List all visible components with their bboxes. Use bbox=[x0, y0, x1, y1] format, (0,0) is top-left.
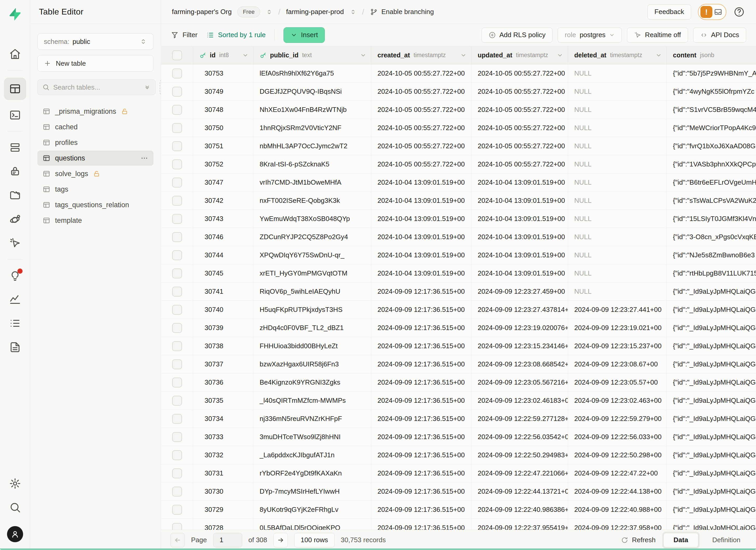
next-page-button[interactable] bbox=[273, 533, 288, 547]
table-options-button[interactable] bbox=[140, 154, 148, 162]
cell-created_at[interactable]: 2024-09-09 12:17:36.515+00 bbox=[371, 482, 471, 500]
cell-content[interactable]: {"id":"rtHbLpgB8V11LUK7152 bbox=[667, 264, 756, 282]
cell-id[interactable]: 30737 bbox=[193, 355, 253, 373]
column-header-created_at[interactable]: created_attimestamptz bbox=[371, 46, 471, 64]
column-header-deleted_at[interactable]: deleted_attimestamptz bbox=[568, 46, 667, 64]
cell-id[interactable]: 30738 bbox=[193, 337, 253, 355]
column-menu-button[interactable] bbox=[357, 52, 366, 58]
row-checkbox[interactable] bbox=[172, 178, 182, 187]
cell-deleted_at[interactable]: NULL bbox=[568, 173, 667, 191]
api-docs-icon[interactable] bbox=[9, 341, 21, 353]
search-tables-input[interactable] bbox=[53, 83, 140, 91]
cell-created_at[interactable]: 2024-10-04 13:09:01.519+00 bbox=[371, 192, 471, 210]
notifications-button[interactable]: ! bbox=[698, 4, 726, 20]
cell-updated_at[interactable]: 2024-09-09 12:22:50.294983+00 bbox=[471, 446, 568, 464]
cell-updated_at[interactable]: 2024-09-09 12:23:19.020076+00 bbox=[471, 319, 568, 337]
cell-id[interactable]: 30753 bbox=[193, 64, 253, 82]
home-icon[interactable] bbox=[9, 48, 21, 60]
database-icon[interactable] bbox=[9, 142, 21, 153]
cell-created_at[interactable]: 2024-09-09 12:17:36.515+00 bbox=[371, 519, 471, 530]
cell-deleted_at[interactable]: 2024-09-09 12:23:15.237+00 bbox=[568, 337, 667, 355]
cell-id[interactable]: 30736 bbox=[193, 373, 253, 391]
cell-public_id[interactable]: rYbORF2e4YgDt9fKAXaKn bbox=[253, 464, 371, 482]
cell-updated_at[interactable]: 2024-10-04 13:09:01.519+00 bbox=[471, 228, 568, 246]
plan-badge[interactable]: Free bbox=[237, 6, 260, 17]
cell-public_id[interactable]: nj336mN5reuRVNZrKHFpF bbox=[253, 410, 371, 428]
row-checkbox[interactable] bbox=[172, 359, 182, 369]
cell-deleted_at[interactable]: NULL bbox=[568, 228, 667, 246]
cell-created_at[interactable]: 2024-09-09 12:17:36.515+00 bbox=[371, 501, 471, 519]
cell-public_id[interactable]: H5uqFKpRUTPkjxdysT3HS bbox=[253, 301, 371, 319]
cell-updated_at[interactable]: 2024-10-05 00:55:27.722+00 bbox=[471, 155, 568, 173]
cell-content[interactable]: {"id":"_Id9aLyJpMHQLaiQG bbox=[667, 428, 756, 446]
cell-id[interactable]: 30749 bbox=[193, 83, 253, 100]
table-editor-icon[interactable] bbox=[4, 78, 26, 100]
cell-id[interactable]: 30733 bbox=[193, 428, 253, 446]
cell-updated_at[interactable]: 2024-09-09 12:23:15.234146+00 bbox=[471, 337, 568, 355]
cell-id[interactable]: 30750 bbox=[193, 119, 253, 137]
tab-data[interactable]: Data bbox=[663, 533, 698, 547]
cell-created_at[interactable]: 2024-10-04 13:09:01.519+00 bbox=[371, 264, 471, 282]
cell-id[interactable]: 30740 bbox=[193, 301, 253, 319]
cell-created_at[interactable]: 2024-10-05 00:55:27.722+00 bbox=[371, 137, 471, 155]
column-header-content[interactable]: contentjsonb bbox=[667, 46, 756, 64]
cell-id[interactable]: 30751 bbox=[193, 137, 253, 155]
cell-public_id[interactable]: Be4KignzoK9YRGNI3Zgks bbox=[253, 373, 371, 391]
cell-updated_at[interactable]: 2024-10-05 00:55:27.722+00 bbox=[471, 119, 568, 137]
row-checkbox[interactable] bbox=[172, 468, 182, 478]
cell-content[interactable]: {"id":"NJe5s8ZmBwnoB6e3 bbox=[667, 246, 756, 264]
cell-public_id[interactable]: NhXEo1Xw04FnB4RzWTNjb bbox=[253, 101, 371, 119]
cell-deleted_at[interactable]: NULL bbox=[568, 83, 667, 100]
cell-content[interactable]: {"id":"_Id9aLyJpMHQLaiQG bbox=[667, 519, 756, 530]
chevron-down-icon[interactable] bbox=[656, 52, 662, 58]
row-checkbox[interactable] bbox=[172, 141, 182, 151]
new-table-button[interactable]: New table bbox=[37, 55, 153, 72]
cell-updated_at[interactable]: 2024-10-04 13:09:01.519+00 bbox=[471, 192, 568, 210]
row-checkbox[interactable] bbox=[172, 269, 182, 278]
cell-content[interactable]: {"id":"5b7j5Pz9WHBNmY_A bbox=[667, 64, 756, 82]
cell-public_id[interactable]: 1hnRQjxSRm2V0VticY2NF bbox=[253, 119, 371, 137]
logs-icon[interactable] bbox=[9, 317, 21, 329]
cell-updated_at[interactable]: 2024-09-09 12:22:40.986386+00 bbox=[471, 501, 568, 519]
cell-deleted_at[interactable]: NULL bbox=[568, 246, 667, 264]
schema-select[interactable]: schema: public bbox=[37, 33, 153, 50]
cell-deleted_at[interactable]: 2024-09-09 12:23:05.57+00 bbox=[568, 373, 667, 391]
sidebar-table-questions[interactable]: questions bbox=[37, 151, 153, 166]
api-docs-button[interactable]: API Docs bbox=[693, 28, 746, 43]
cell-created_at[interactable]: 2024-10-04 13:09:01.519+00 bbox=[371, 228, 471, 246]
cell-public_id[interactable]: FHHUioa3bidd00BHyLeZt bbox=[253, 337, 371, 355]
cell-created_at[interactable]: 2024-09-09 12:17:36.515+00 bbox=[371, 464, 471, 482]
cell-id[interactable]: 30739 bbox=[193, 319, 253, 337]
cell-public_id[interactable]: _l40sQIRTmMZfcm-MWMPs bbox=[253, 392, 371, 410]
auth-icon[interactable] bbox=[9, 165, 21, 177]
cell-deleted_at[interactable]: NULL bbox=[568, 283, 667, 300]
row-checkbox[interactable] bbox=[172, 232, 182, 242]
refresh-button[interactable]: Refresh bbox=[621, 536, 656, 544]
cell-content[interactable]: {"id":"_Id9aLyJpMHQLaiQG bbox=[667, 337, 756, 355]
cell-id[interactable]: 30732 bbox=[193, 446, 253, 464]
select-all-checkbox[interactable] bbox=[172, 50, 182, 60]
cell-updated_at[interactable]: 2024-10-04 13:09:01.519+00 bbox=[471, 210, 568, 228]
cell-id[interactable]: 30728 bbox=[193, 519, 253, 530]
cell-public_id[interactable]: bzwXazHgax6UIR58j6Fn3 bbox=[253, 355, 371, 373]
cell-content[interactable]: {"id":"_Id9aLyJpMHQLaiQG bbox=[667, 482, 756, 500]
cell-public_id[interactable]: ZDCunRYJP2CQ5Z8Po2Gy4 bbox=[253, 228, 371, 246]
search-icon[interactable] bbox=[9, 501, 21, 513]
cell-updated_at[interactable]: 2024-10-05 00:55:27.722+00 bbox=[471, 101, 568, 119]
cell-deleted_at[interactable]: 2024-09-09 12:22:50.298+00 bbox=[568, 446, 667, 464]
row-checkbox[interactable] bbox=[172, 214, 182, 224]
cell-content[interactable]: {"id":"sTsWaLCPsVA2WuK2 bbox=[667, 192, 756, 210]
cell-content[interactable]: {"id":"3-O8cn_xPgs0cVxqKE bbox=[667, 228, 756, 246]
cell-id[interactable]: 30731 bbox=[193, 464, 253, 482]
cell-id[interactable]: 30748 bbox=[193, 101, 253, 119]
sidebar-table-solve_logs[interactable]: solve_logs bbox=[37, 166, 153, 181]
row-checkbox[interactable] bbox=[172, 505, 182, 515]
insert-button[interactable]: Insert bbox=[283, 27, 325, 43]
cell-public_id[interactable]: 8KraI-tSI-6-pSZcknaK5 bbox=[253, 155, 371, 173]
cell-deleted_at[interactable]: 2024-09-09 12:22:56.033+00 bbox=[568, 428, 667, 446]
cell-public_id[interactable]: nxFT002ISeRE-Qobg3K3k bbox=[253, 192, 371, 210]
row-checkbox[interactable] bbox=[172, 523, 182, 530]
cell-id[interactable]: 30745 bbox=[193, 264, 253, 282]
cell-updated_at[interactable]: 2024-09-09 12:23:08.668542+00 bbox=[471, 355, 568, 373]
enable-branching-button[interactable]: Enable branching bbox=[370, 8, 434, 16]
